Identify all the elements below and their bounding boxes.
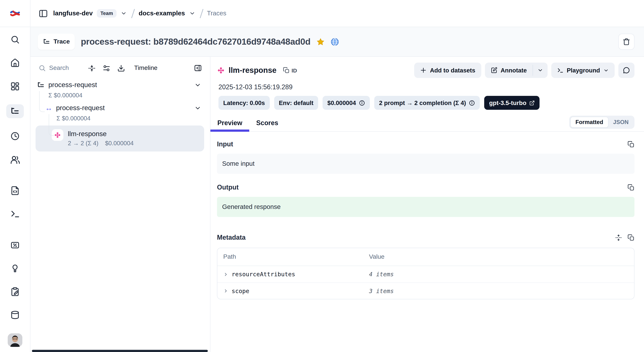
trace-title: process-request: b8789d62464dc7627016d97… [81, 37, 310, 47]
chevron-down-icon[interactable] [194, 104, 201, 111]
copy-icon[interactable] [628, 234, 634, 241]
annotate-dropdown-button[interactable] [533, 63, 548, 78]
latency-value: Latency: 0.00s [223, 99, 265, 106]
observation-tree: process-request Σ $0.000004 ↔ process-re… [34, 78, 205, 152]
fold-vertical-icon [88, 64, 96, 72]
model-name: gpt-3.5-turbo [489, 99, 526, 106]
bookmark-star-icon[interactable] [316, 37, 325, 46]
column-value: Value [369, 253, 628, 261]
clock-icon [10, 132, 20, 141]
breadcrumb-project[interactable]: docs-examples [138, 9, 185, 17]
tree-row-cost: Σ $0.000004 [56, 115, 90, 122]
model-badge[interactable]: gpt-3.5-turbo [484, 96, 540, 110]
annotate-label: Annotate [500, 67, 527, 74]
dashboard-grid-icon [10, 81, 20, 91]
sliders-icon [103, 64, 110, 72]
tree-search[interactable] [38, 64, 81, 72]
metadata-row: scope 3 items [217, 283, 634, 299]
rail-annotation-button[interactable] [6, 287, 24, 297]
rail-evaluation-button[interactable] [6, 240, 24, 250]
trace-badge-label: Trace [54, 38, 70, 45]
copy-icon[interactable] [628, 141, 634, 148]
breadcrumb-org[interactable]: langfuse-dev [53, 9, 93, 17]
tree-row-trace[interactable]: process-request Σ $0.000004 [36, 79, 205, 100]
metadata-label: Metadata [217, 234, 246, 241]
add-to-datasets-button[interactable]: Add to datasets [414, 63, 481, 78]
tree-settings-button[interactable] [103, 64, 110, 72]
annotate-button[interactable]: Annotate [485, 63, 532, 78]
observation-timestamp: 2025-12-03 15:56:19.289 [210, 78, 644, 91]
detail-header: ✣ llm-response ID Add to datasets [210, 57, 644, 78]
format-toggle-formatted[interactable]: Formatted [570, 117, 608, 128]
chevron-down-icon[interactable] [194, 81, 201, 88]
timeline-toggle[interactable]: Timeline [134, 64, 158, 72]
org-logo[interactable] [0, 0, 30, 27]
trash-icon [622, 38, 630, 46]
chevron-down-icon[interactable] [189, 10, 195, 16]
square-pen-icon [490, 67, 497, 74]
rail-dashboards-button[interactable] [6, 81, 24, 91]
list-tree-icon [10, 107, 20, 116]
breadcrumb: langfuse-dev Team docs-examples Traces [53, 8, 226, 18]
tree-row-generation-selected[interactable]: ✣ llm-response 2 → 2 (Σ 4) $0.000004 [36, 126, 204, 152]
chevron-down-icon [537, 67, 543, 73]
unfold-vertical-icon[interactable] [615, 234, 622, 241]
metadata-section: Metadata Path Value [217, 234, 634, 299]
rail-datasets-button[interactable] [6, 310, 24, 320]
copy-id-button[interactable]: ID [283, 67, 297, 74]
copy-icon[interactable] [628, 184, 634, 191]
rail-tracing-button[interactable] [6, 104, 24, 118]
annotate-split-button: Annotate [485, 63, 548, 78]
comment-bubble-icon [623, 67, 630, 74]
download-tree-button[interactable] [117, 64, 125, 72]
tab-scores[interactable]: Scores [249, 115, 285, 131]
list-tree-icon [37, 81, 45, 89]
delete-trace-button[interactable] [618, 34, 634, 50]
rail-llm-judge-button[interactable] [6, 263, 24, 274]
public-globe-icon[interactable] [330, 37, 339, 46]
trace-type-badge: Trace [38, 34, 75, 50]
env-badge: Env: default [274, 96, 318, 110]
cost-badge[interactable]: $0.000004 [322, 96, 370, 110]
comments-button[interactable] [618, 63, 634, 78]
format-toggle-json[interactable]: JSON [608, 117, 633, 127]
tree-toolbar: Timeline [34, 59, 205, 78]
tab-preview[interactable]: Preview [210, 115, 249, 131]
rail-home-button[interactable] [6, 58, 24, 68]
user-avatar[interactable] [8, 333, 22, 347]
detail-tabs: Preview Scores Formatted JSON [210, 115, 644, 132]
tree-search-input[interactable] [49, 64, 80, 72]
metadata-key: resourceAttributes [232, 271, 295, 278]
info-icon [469, 100, 475, 106]
external-link-icon [529, 100, 535, 106]
metadata-key-expander[interactable]: scope [223, 287, 369, 294]
plus-icon [420, 67, 427, 74]
terminal-icon [557, 67, 563, 73]
input-label: Input [217, 141, 233, 148]
file-code-icon [10, 186, 20, 195]
rail-prompts-button[interactable] [6, 185, 24, 196]
metadata-key-expander[interactable]: resourceAttributes [223, 271, 369, 278]
sidebar-toggle-button[interactable] [38, 8, 48, 18]
search-icon [10, 35, 20, 44]
detail-actions: Add to datasets Annotate [414, 63, 634, 78]
observation-title: llm-response [228, 66, 276, 75]
metadata-table-header: Path Value [217, 248, 634, 266]
breadcrumb-page[interactable]: Traces [207, 9, 226, 17]
tree-horizontal-scrollbar[interactable] [32, 350, 208, 352]
collapse-all-button[interactable] [88, 64, 96, 72]
chevron-down-icon[interactable] [120, 10, 127, 16]
metadata-row: resourceAttributes 4 items [217, 266, 634, 283]
token-usage-badge[interactable]: 2 prompt → 2 completion (Σ 4) [374, 96, 480, 110]
rail-playground-button[interactable] [6, 209, 24, 219]
panel-close-icon [194, 64, 202, 72]
collapse-panel-button[interactable] [194, 64, 202, 72]
rail-search-button[interactable] [6, 34, 24, 45]
rail-sessions-button[interactable] [6, 131, 24, 141]
env-value: Env: default [279, 99, 314, 106]
chevron-right-icon [223, 272, 228, 277]
playground-button[interactable]: Playground [551, 63, 615, 78]
rail-users-button[interactable] [6, 155, 24, 165]
tree-row-span[interactable]: ↔ process-request Σ $0.000004 [45, 102, 205, 123]
output-content: Generated response [217, 197, 634, 217]
